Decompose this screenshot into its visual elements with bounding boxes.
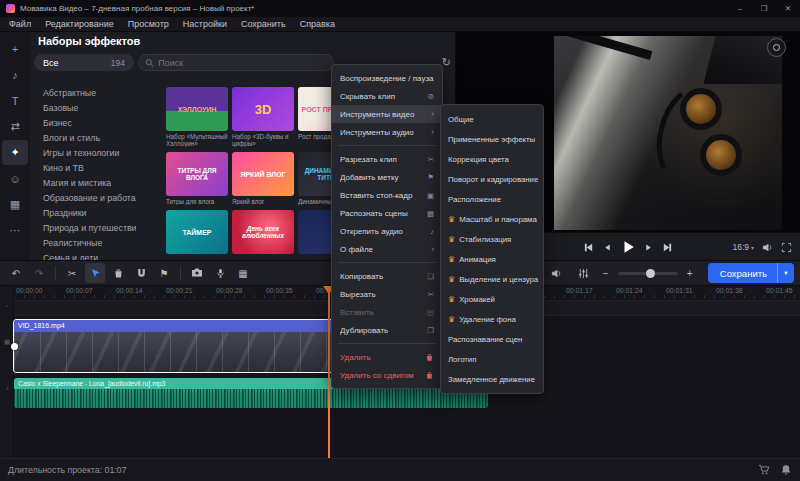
effect-pack-cell[interactable]: ХЭЛЛОУИН Набор «Мультяшный Хэллоуин»	[166, 87, 228, 147]
sidebar-transitions-icon[interactable]: ⇄	[2, 114, 28, 139]
clip-properties-icon[interactable]: ▦	[233, 263, 253, 283]
sidebar-titles-icon[interactable]: T	[2, 88, 28, 113]
menu-file[interactable]: Файл	[2, 17, 38, 32]
save-button[interactable]: Сохранить ▾	[708, 263, 794, 283]
record-audio-icon[interactable]	[210, 263, 230, 283]
zoom-in-button[interactable]: +	[685, 268, 695, 279]
sidebar-import-icon[interactable]: +	[2, 36, 28, 61]
marker-icon[interactable]: ⚑	[154, 263, 174, 283]
submenu-item-stabilization[interactable]: ♛Стабилизация	[441, 229, 543, 249]
submenu-item-scene-detection[interactable]: Распознавание сцен	[441, 329, 543, 349]
category-item[interactable]: Реалистичные	[34, 236, 136, 251]
menu-item-paste[interactable]: Вставить▤	[332, 303, 442, 321]
skip-end-button[interactable]	[662, 242, 673, 253]
preview-volume-icon[interactable]	[762, 242, 773, 253]
submenu-item-position[interactable]: Расположение	[441, 189, 543, 209]
record-video-icon[interactable]	[187, 263, 207, 283]
submenu-item-color-correction[interactable]: Коррекция цвета	[441, 149, 543, 169]
effect-pack-cell[interactable]: ЯРКИЙ ВЛОГ Яркий влог	[232, 152, 294, 205]
effect-pack-cell[interactable]: ТАЙМЕР	[166, 210, 228, 256]
split-icon[interactable]: ✂	[62, 263, 82, 283]
next-frame-button[interactable]	[644, 243, 653, 252]
pointer-tool-icon[interactable]	[85, 263, 105, 283]
submenu-item-general[interactable]: Общие	[441, 109, 543, 129]
menu-item-duplicate[interactable]: Дублировать❐	[332, 321, 442, 339]
category-item[interactable]: Абстрактные	[34, 86, 136, 101]
submenu-item-logo[interactable]: Логотип	[441, 349, 543, 369]
sidebar-stickers-icon[interactable]: ☺	[2, 166, 28, 191]
category-item[interactable]: Праздники	[34, 206, 136, 221]
close-button[interactable]: ✕	[776, 0, 800, 17]
zoom-out-button[interactable]: −	[601, 268, 611, 279]
category-item[interactable]: Семья и дети	[34, 251, 136, 260]
menu-item-delete-ripple[interactable]: Удалить со сдвигом	[332, 366, 442, 384]
playhead-line[interactable]	[328, 286, 330, 458]
menu-item-insert-freeze-frame[interactable]: Вставить стоп-кадр▣	[332, 186, 442, 204]
clip-trim-handle-left[interactable]	[11, 343, 18, 350]
menu-item-file-info[interactable]: О файле›	[332, 240, 442, 258]
sidebar-effects-icon[interactable]: ✦	[2, 140, 28, 165]
category-item[interactable]: Кино и ТВ	[34, 161, 136, 176]
submenu-item-pan-zoom[interactable]: ♛Масштаб и панорама	[441, 209, 543, 229]
menu-help[interactable]: Справка	[293, 17, 342, 32]
redo-icon[interactable]: ↷	[29, 263, 49, 283]
submenu-item-applied-effects[interactable]: Примененные эффекты	[441, 129, 543, 149]
skip-start-button[interactable]	[583, 242, 594, 253]
submenu-item-background-removal[interactable]: ♛Удаление фона	[441, 309, 543, 329]
submenu-item-rotate-crop[interactable]: Поворот и кадрирование	[441, 169, 543, 189]
menu-item-copy[interactable]: Копировать❏	[332, 267, 442, 285]
prev-frame-button[interactable]	[603, 243, 612, 252]
effect-pack-cell[interactable]: День всех влюбленных	[232, 210, 294, 256]
menu-item-play-pause[interactable]: Воспроизведение / пауза	[332, 69, 442, 87]
save-dropdown-icon[interactable]: ▾	[778, 269, 794, 277]
submenu-item-animation[interactable]: ♛Анимация	[441, 249, 543, 269]
snapshot-button[interactable]	[767, 38, 786, 57]
menu-view[interactable]: Просмотр	[121, 17, 176, 32]
zoom-slider-knob[interactable]	[646, 269, 655, 278]
menu-item-video-tools[interactable]: Инструменты видео›	[332, 105, 442, 123]
category-item[interactable]: Образование и работа	[34, 191, 136, 206]
refresh-icon[interactable]: ↻	[442, 54, 451, 71]
category-item[interactable]: Влоги и стиль	[34, 131, 136, 146]
menu-item-hide-clip[interactable]: Скрывать клип⊘	[332, 87, 442, 105]
trash-icon[interactable]	[108, 263, 128, 283]
menu-item-cut[interactable]: Вырезать✂	[332, 285, 442, 303]
category-all-pill[interactable]: Все 194	[34, 54, 134, 71]
category-item[interactable]: Базовые	[34, 101, 136, 116]
menu-item-add-marker[interactable]: Добавить метку⚑	[332, 168, 442, 186]
menu-settings[interactable]: Настройки	[176, 17, 234, 32]
bell-icon[interactable]	[780, 464, 792, 476]
category-item[interactable]: Магия и мистика	[34, 176, 136, 191]
search-box[interactable]	[138, 54, 334, 71]
menu-item-audio-tools[interactable]: Инструменты аудио›	[332, 123, 442, 141]
magnet-icon[interactable]	[131, 263, 151, 283]
search-input[interactable]	[158, 58, 327, 68]
effect-pack-cell[interactable]: ТИТРЫ ДЛЯ ВЛОГА Титры для влога	[166, 152, 228, 205]
submenu-item-highlight-censor[interactable]: ♛Выделение и цензура	[441, 269, 543, 289]
audio-mixer-icon[interactable]	[574, 263, 594, 283]
sidebar-music-icon[interactable]: ♪	[2, 62, 28, 87]
category-item[interactable]: Бизнес	[34, 116, 136, 131]
play-button[interactable]	[621, 240, 635, 254]
menu-edit[interactable]: Редактирование	[38, 17, 121, 32]
menu-item-delete[interactable]: Удалить	[332, 348, 442, 366]
fullscreen-icon[interactable]	[781, 242, 792, 253]
sidebar-more-icon[interactable]: ⋯	[2, 218, 28, 243]
menu-save[interactable]: Сохранить	[234, 17, 293, 32]
category-item[interactable]: Природа и путешествия	[34, 221, 136, 236]
menu-item-detach-audio[interactable]: Открепить аудио♪	[332, 222, 442, 240]
menu-item-split-clip[interactable]: Разрезать клип✂	[332, 150, 442, 168]
minimize-button[interactable]: –	[728, 0, 752, 17]
menu-item-detect-scenes[interactable]: Распознать сцены▦	[332, 204, 442, 222]
effect-pack-cell[interactable]: 3D Набор «3D-буквы и цифры»	[232, 87, 294, 147]
maximize-button[interactable]: ❐	[752, 0, 776, 17]
submenu-item-chroma-key[interactable]: ♛Хромакей	[441, 289, 543, 309]
undo-icon[interactable]: ↶	[6, 263, 26, 283]
category-item[interactable]: Игры и технологии	[34, 146, 136, 161]
submenu-item-slow-motion[interactable]: Замедленное движение	[441, 369, 543, 389]
cart-icon[interactable]	[758, 464, 770, 476]
mute-tracks-icon[interactable]	[547, 263, 567, 283]
timeline-zoom-slider[interactable]	[618, 272, 678, 275]
sidebar-overlays-icon[interactable]: ▦	[2, 192, 28, 217]
aspect-ratio-select[interactable]: 16:9 ▾	[732, 242, 754, 252]
